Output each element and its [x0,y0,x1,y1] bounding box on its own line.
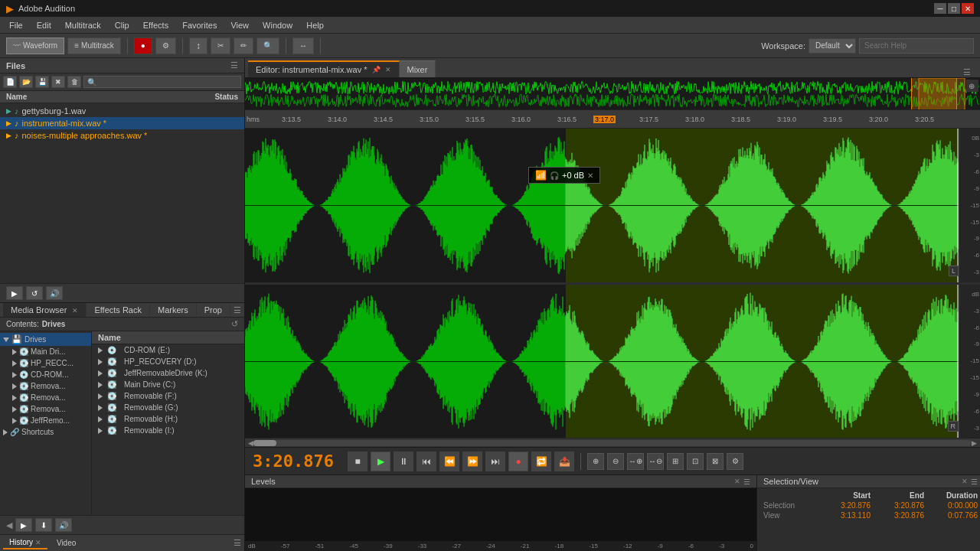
tab-history[interactable]: History ✕ [3,536,47,549]
tree-item-removable-3[interactable]: 💽 Remova... [0,403,91,415]
tab-editor-waveform[interactable]: Editor: instrumental-mix.wav * 📌 ✕ [248,60,400,77]
menu-multitrack[interactable]: Multitrack [59,19,107,31]
overview-waveform[interactable]: ⊕ [245,78,980,110]
files-panel-menu[interactable]: ☰ [230,60,238,70]
media-browser-close-icon[interactable]: ✕ [72,307,78,315]
selection-menu[interactable]: ☰ [971,478,978,486]
record-button[interactable]: ● [134,37,152,54]
horizontal-scrollbar[interactable]: ◀ ▶ [245,438,980,447]
waveform-bottom-channel[interactable]: dB -3 -6 -9 -15 -15 -9 -6 -3 R [245,282,980,439]
tree-item-removable-1[interactable]: 💽 Remova... [0,380,91,392]
menu-effects[interactable]: Effects [137,19,175,31]
tab-mixer[interactable]: Mixer [400,60,436,77]
levels-close-icon[interactable]: ✕ [734,478,740,486]
tree-item-shortcuts[interactable]: 🔗 Shortcuts [0,426,91,438]
zoom-in-button[interactable]: ⊕ [587,453,604,470]
zoom-full-button[interactable]: ⊠ [707,453,724,470]
history-close-icon[interactable]: ✕ [35,539,41,546]
drive-list-item-cdrom[interactable]: 💿 CD-ROM (E:) [92,344,244,356]
menu-window[interactable]: Window [256,19,299,31]
menu-view[interactable]: View [224,19,255,31]
zoom-out-horiz[interactable]: ↔⊖ [647,453,664,470]
levels-menu[interactable]: ☰ [743,478,750,486]
tab-prop[interactable]: Prop [197,303,230,317]
stop-button[interactable]: ■ [348,452,368,471]
media-import-button[interactable]: ⬇ [35,518,52,532]
zoom-settings-button[interactable]: ⚙ [727,453,743,470]
media-panel-menu[interactable]: ☰ [234,305,241,315]
scroll-track[interactable] [253,440,972,446]
menu-clip[interactable]: Clip [109,19,136,31]
tab-video[interactable]: Video [51,537,82,549]
media-speaker-button[interactable]: 🔊 [55,518,72,532]
files-search-input[interactable] [83,76,241,88]
tooltip-close-icon[interactable]: ✕ [587,171,593,180]
menu-edit[interactable]: Edit [31,19,57,31]
tree-item-main-drive[interactable]: 💽 Main Dri... [0,346,91,357]
zoom-in-horiz[interactable]: ↔⊕ [627,453,644,470]
scroll-thumb[interactable] [253,440,276,446]
overview-zoom-icon[interactable]: ⊕ [966,80,978,93]
drive-list-item-removablef[interactable]: 💽 Removable (F:) [92,390,244,402]
output-button[interactable]: 📤 [554,452,574,471]
minimize-button[interactable]: ─ [934,3,946,14]
zoom-fit-button[interactable]: ⊞ [667,453,684,470]
editor-tab-close-icon[interactable]: ✕ [385,66,391,73]
tool-move[interactable]: ↔ [292,37,314,54]
refresh-icon[interactable]: ↺ [231,319,238,329]
tree-item-cdrom[interactable]: 💿 CD-ROM... [0,369,91,380]
files-delete-button[interactable]: 🗑 [67,76,81,88]
record-transport-button[interactable]: ● [508,452,528,471]
tree-item-jeff[interactable]: 💽 JeffRemo... [0,415,91,426]
waveform-container[interactable]: 📶 🎧 +0 dB ✕ 0B -3 -6 -9 -15 -15 -9 [245,129,980,447]
file-item[interactable]: ▶ ♪ gettysburg-1.wav [0,105,244,117]
tool-pencil[interactable]: ✏ [234,37,253,54]
drive-list-item-jeff[interactable]: 💽 JeffRemovableDrive (K:) [92,367,244,379]
tree-item-drives[interactable]: 💾 Drives [0,333,91,346]
menu-help[interactable]: Help [300,19,330,31]
files-speaker-button[interactable]: 🔊 [46,286,63,300]
files-close-button[interactable]: ✖ [51,76,65,88]
files-open-button[interactable]: 📂 [19,76,33,88]
waveform-mode-button[interactable]: 〰 Waveform [6,37,64,54]
drive-list-item-removableg[interactable]: 💽 Removable (G:) [92,402,244,413]
scroll-right-button[interactable]: ▶ [972,439,977,447]
drive-list-item-removablei[interactable]: 💽 Removable (I:) [92,425,244,436]
tab-effects-rack[interactable]: Effects Rack [87,303,150,317]
settings-button[interactable]: ⚙ [155,37,176,54]
drive-list-item-removableh[interactable]: 💽 Removable (H:) [92,413,244,425]
tree-item-hp-recovery[interactable]: 💽 HP_RECC... [0,357,91,369]
loop-button[interactable]: 🔁 [531,452,551,471]
tree-item-removable-2[interactable]: 💽 Remova... [0,392,91,403]
go-to-prev-button[interactable]: ⏮ [416,452,436,471]
left-nav-icon[interactable]: ◀ [6,520,12,530]
maximize-button[interactable]: □ [948,3,960,14]
waveform-top-channel[interactable]: 📶 🎧 +0 dB ✕ 0B -3 -6 -9 -15 -15 -9 [245,129,980,282]
search-input[interactable] [859,38,974,54]
media-play-button[interactable]: ▶ [15,518,32,532]
menu-file[interactable]: File [3,19,29,31]
drive-list-item-hp[interactable]: 💽 HP_RECOVERY (D:) [92,356,244,367]
tool-cut[interactable]: ✂ [211,37,230,54]
close-button[interactable]: ✕ [962,3,974,14]
tab-markers[interactable]: Markers [150,303,197,317]
selection-close-icon[interactable]: ✕ [962,478,968,486]
files-new-button[interactable]: 📄 [3,76,17,88]
files-loop-button[interactable]: ↺ [26,286,43,300]
zoom-selection-button[interactable]: ⊡ [687,453,704,470]
pause-button[interactable]: ⏸ [394,452,413,471]
tab-media-browser[interactable]: Media Browser ✕ [3,303,87,317]
file-item-3[interactable]: ▶ ♪ noises-multiple approaches.wav * [0,129,244,142]
rewind-button[interactable]: ⏪ [439,452,459,471]
file-item-active[interactable]: ▶ ♪ instrumental-mix.wav * [0,117,244,129]
files-play-button[interactable]: ▶ [6,286,23,300]
history-panel-menu[interactable]: ☰ [234,538,241,548]
workspace-select[interactable]: Default [808,38,856,54]
tool-select[interactable]: ↕ [189,37,207,54]
tool-zoom[interactable]: 🔍 [256,37,279,54]
go-to-next-button[interactable]: ⏭ [485,452,505,471]
zoom-out-button[interactable]: ⊖ [607,453,624,470]
fast-forward-button[interactable]: ⏩ [462,452,482,471]
multitrack-mode-button[interactable]: ≡ Multitrack [67,37,121,54]
scroll-left-button[interactable]: ◀ [248,439,253,447]
